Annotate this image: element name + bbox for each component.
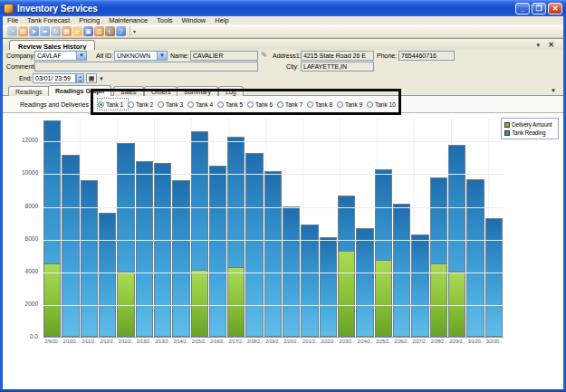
- chart-legend: Delivery AmountTank Reading: [501, 118, 559, 139]
- x-axis-tick-label: 3/1/20..: [467, 339, 483, 344]
- chevron-down-icon[interactable]: ▼: [157, 52, 167, 60]
- menu-item-maintenance[interactable]: Maintenance: [104, 16, 152, 24]
- phone-field[interactable]: 7654460716: [398, 51, 455, 61]
- maximize-button[interactable]: ❐: [532, 3, 546, 14]
- tank-radio-label: Tank 1: [106, 101, 123, 108]
- tank-reading-bar[interactable]: [301, 225, 318, 337]
- tab-readings-graph[interactable]: Readings Graph: [48, 85, 111, 96]
- tank-reading-bar[interactable]: [154, 163, 171, 337]
- panel-collapse-icon[interactable]: ▾: [536, 42, 540, 49]
- tank-radio-label: Tank 8: [315, 101, 332, 108]
- tank-radio-tank-5[interactable]: Tank 5: [217, 99, 247, 110]
- tank-reading-bar[interactable]: [172, 180, 189, 337]
- tank-radio-tank-9[interactable]: Tank 9: [337, 99, 367, 110]
- menu-item-pricing[interactable]: Pricing: [74, 16, 104, 24]
- panel-header: Review Sales History ▾ ✕: [3, 38, 563, 50]
- tank-reading-bar[interactable]: [485, 218, 503, 337]
- tank-reading-bar[interactable]: [136, 161, 153, 337]
- menu-item-window[interactable]: Window: [177, 16, 211, 24]
- legend-item-tank-reading: Tank Reading: [504, 129, 555, 137]
- tab-orders[interactable]: Orders: [144, 86, 177, 96]
- end-datetime-field[interactable]: 03/01/ 23:59: [33, 73, 76, 83]
- bar-group-2-19-2-: 2/19/2..: [264, 119, 282, 337]
- legend-swatch-icon: [504, 130, 510, 136]
- report-icon[interactable]: ▤: [18, 26, 28, 36]
- tank-radio-tank-10[interactable]: Tank 10: [367, 99, 397, 110]
- menu-item-tools[interactable]: Tools: [152, 16, 177, 24]
- toolbar-overflow-icon[interactable]: ▾: [133, 28, 136, 34]
- y-axis-tick-label: 2000: [4, 301, 38, 307]
- calendar-icon[interactable]: ▦: [86, 73, 97, 83]
- name-label: Name:: [170, 53, 189, 59]
- save-icon[interactable]: ▣: [83, 26, 93, 36]
- tank-radio-tank-7[interactable]: Tank 7: [277, 99, 307, 110]
- send-mail-icon[interactable]: ➤: [29, 26, 39, 36]
- city-field[interactable]: LAFAYETTE,IN: [301, 62, 374, 72]
- tank-reading-bar[interactable]: [411, 234, 428, 337]
- delivery-amount-bar[interactable]: [227, 267, 245, 337]
- address1-label: Address1:: [273, 53, 302, 59]
- alt-id-combobox[interactable]: UNKNOWN ▼: [114, 51, 168, 61]
- tank-reading-bar[interactable]: [320, 237, 337, 337]
- end-spinner[interactable]: ▲▼: [76, 73, 84, 83]
- close-button[interactable]: ✕: [548, 3, 562, 14]
- legend-label: Tank Reading: [512, 129, 545, 136]
- delivery-amount-bar[interactable]: [338, 251, 355, 337]
- export-icon[interactable]: ▥: [94, 26, 104, 36]
- exit-door-icon[interactable]: ⎗: [105, 26, 115, 36]
- tank-reading-bar[interactable]: [81, 180, 98, 337]
- name-field[interactable]: CAVALIER: [190, 51, 258, 61]
- tank-radio-tank-1[interactable]: Tank 1: [98, 99, 128, 110]
- gauge-icon[interactable]: ◔: [7, 26, 17, 36]
- menu-item-help[interactable]: Help: [210, 16, 233, 24]
- tank-radio-tank-3[interactable]: Tank 3: [158, 99, 187, 110]
- tank-reading-bar[interactable]: [99, 213, 116, 337]
- tank-reading-bar[interactable]: [62, 155, 79, 337]
- tab-readings[interactable]: Readings: [8, 86, 50, 96]
- title-bar: Inventory Services _ ❐ ✕: [0, 0, 566, 16]
- panel-close-icon[interactable]: ✕: [548, 41, 554, 49]
- tabs-overflow-icon[interactable]: ▼: [551, 88, 556, 93]
- tab-log[interactable]: Log: [218, 86, 244, 96]
- bar-series: 2/9/20..2/10/2..2/11/2..2/12/2..2/12/2..…: [43, 119, 504, 337]
- x-axis-tick-label: 2/13/2..: [137, 339, 152, 344]
- chevron-down-icon[interactable]: ▼: [99, 76, 104, 81]
- tab-sales[interactable]: Sales: [113, 86, 144, 96]
- radio-circle-icon: [367, 101, 373, 108]
- refresh-icon[interactable]: ↻: [51, 26, 61, 36]
- tank-reading-bar[interactable]: [209, 166, 226, 337]
- menu-item-file[interactable]: File: [3, 16, 23, 24]
- edit-pencil-icon[interactable]: ✎: [261, 51, 272, 62]
- tank-reading-bar[interactable]: [393, 204, 410, 337]
- receive-mail-icon[interactable]: ➥: [40, 26, 50, 36]
- tank-radio-tank-8[interactable]: Tank 8: [307, 99, 337, 110]
- tank-radio-tank-4[interactable]: Tank 4: [187, 99, 217, 110]
- radio-circle-icon: [98, 101, 104, 108]
- y-axis-tick-label: 12000: [4, 137, 38, 143]
- spreadsheet-icon[interactable]: ▦: [62, 26, 72, 36]
- company-combobox[interactable]: CAVLAF ▼: [34, 51, 87, 61]
- x-axis-tick-label: 2/21/2..: [302, 339, 318, 344]
- address1-field[interactable]: 4215 State Road 26 E: [301, 51, 374, 61]
- help-icon[interactable]: ?: [116, 26, 126, 36]
- tank-reading-bar[interactable]: [356, 228, 373, 338]
- menu-item-tank-forecast[interactable]: Tank Forecast: [23, 16, 74, 24]
- bar-group-2-27-2-: 2/27/2..: [411, 119, 428, 337]
- tank-reading-bar[interactable]: [466, 179, 484, 337]
- delivery-amount-bar[interactable]: [430, 263, 447, 337]
- open-folder-icon[interactable]: ▱: [72, 26, 82, 36]
- minimize-button[interactable]: _: [515, 3, 530, 14]
- toolbar: ◔▤➤➥↻▦▱▣▥⎗?▾: [3, 24, 563, 38]
- chevron-down-icon[interactable]: ▼: [76, 52, 86, 60]
- delivery-amount-bar[interactable]: [191, 270, 208, 337]
- radio-circle-icon: [217, 101, 224, 108]
- delivery-amount-bar[interactable]: [43, 263, 61, 337]
- x-axis-tick-label: 2/12/2..: [119, 339, 134, 344]
- tank-reading-bar[interactable]: [245, 153, 263, 337]
- tab-summary[interactable]: Summary: [177, 86, 218, 96]
- comments-field[interactable]: [34, 62, 258, 72]
- tank-radio-tank-2[interactable]: Tank 2: [128, 99, 158, 110]
- bar-group-2-12-2-: 2/12/2..: [99, 119, 116, 337]
- tank-radio-tank-6[interactable]: Tank 6: [247, 99, 277, 110]
- tank-reading-bar[interactable]: [264, 171, 282, 337]
